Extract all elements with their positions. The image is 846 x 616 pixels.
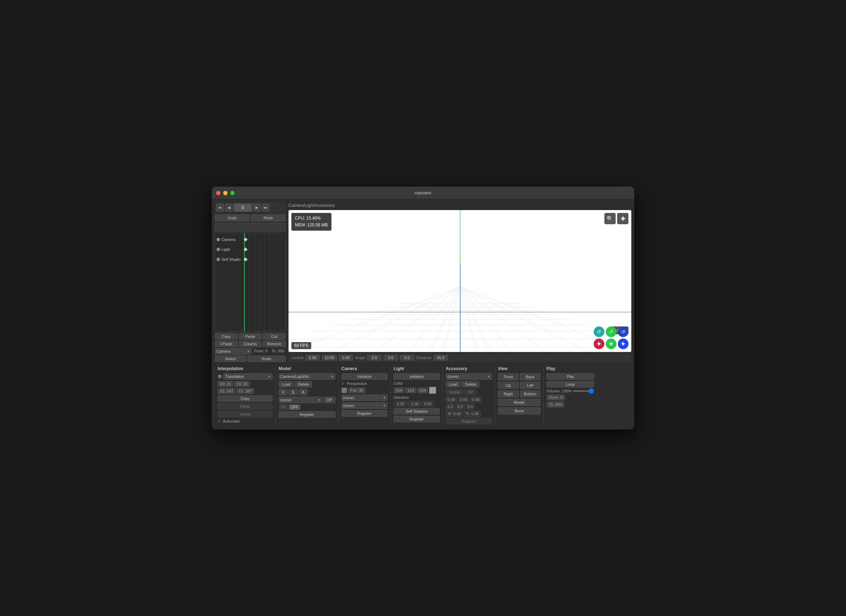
play-to-label: To: 300 — [546, 402, 564, 407]
camera-label: Camera — [222, 238, 243, 242]
interp-paste-button[interactable]: Paste — [217, 403, 273, 409]
camera-initialize-button[interactable]: Initialize — [341, 373, 388, 380]
translate-y-button[interactable]: ✚ — [606, 339, 616, 349]
accessory-dropdown-label: (none) — [448, 374, 459, 378]
viewport-circle-buttons: ↺ ↺ ↺ ✚ ✚ ✚ — [594, 326, 629, 349]
frame-input[interactable]: 0 — [234, 204, 252, 211]
s-button[interactable]: S — [288, 389, 297, 395]
copy-button[interactable]: Copy — [215, 333, 238, 340]
accessory-load-button[interactable]: Load — [446, 381, 461, 387]
loop-button[interactable]: Loop — [546, 381, 594, 387]
model-button[interactable]: Model — [498, 399, 540, 406]
interpolation-title: Interpolation — [217, 366, 273, 371]
lookat-x: 0.00 — [306, 355, 320, 361]
viewport[interactable]: CPU: 15.40% MEM: 125.56 MB 🔍 ✚ — [288, 210, 631, 352]
rotate-x-button[interactable]: ↺ — [594, 326, 604, 337]
bottom-button[interactable]: Bottom — [520, 390, 541, 397]
svg-line-18 — [460, 287, 490, 352]
accessory-dropdown[interactable]: (none) ▼ — [446, 373, 492, 380]
accessory-op-button[interactable]: OP — [464, 389, 477, 395]
camera-color-swatch — [341, 387, 347, 393]
play-button[interactable]: Play — [546, 373, 594, 380]
titlebar: nanoem — [212, 187, 634, 199]
rotate-z-button[interactable]: ↺ — [618, 326, 629, 337]
on-button[interactable]: ON — [279, 405, 288, 410]
remove-button[interactable]: Remove — [263, 341, 286, 347]
light-color-swatch[interactable] — [429, 387, 436, 394]
accessory-register-button[interactable]: Register — [446, 418, 492, 424]
svg-line-11 — [332, 287, 460, 352]
translate-x-button[interactable]: ✚ — [594, 339, 604, 349]
rewind-first-button[interactable]: ⏮ — [216, 204, 224, 211]
rotate-y-button[interactable]: ↺ — [606, 326, 616, 337]
model-none-dropdown[interactable]: (none) ▼ — [279, 397, 322, 403]
model-delete-button[interactable]: Delete — [295, 381, 312, 387]
gear-icon[interactable]: ⚙ — [217, 374, 222, 379]
camera-none2-dropdown[interactable]: (none) ▼ — [341, 402, 388, 409]
v-button[interactable]: V — [279, 389, 288, 395]
camera-none1-dropdown[interactable]: (none) ▼ — [341, 395, 388, 401]
selfshadow-dot — [216, 258, 220, 261]
perspective-check: ✓ — [341, 381, 345, 386]
translate-z-button[interactable]: ✚ — [618, 339, 629, 349]
volume-slider[interactable] — [573, 390, 594, 392]
angle-y: 0.0 — [383, 355, 398, 361]
cut-button[interactable]: Cut — [263, 333, 286, 340]
model-register-button[interactable]: Register — [279, 411, 335, 418]
undo-button[interactable]: Undo — [215, 214, 250, 221]
select-button[interactable]: Select — [215, 356, 246, 362]
a-button[interactable]: A — [299, 389, 308, 395]
acc-val3: 0.00 — [470, 397, 481, 402]
bone-button[interactable]: Bone — [498, 407, 540, 414]
minimize-button[interactable] — [223, 191, 228, 195]
visible-button[interactable]: Visible — [446, 389, 463, 395]
viewport-header: Camera/Light/Accessory — [288, 202, 631, 209]
y1-label: Y1: 107 — [236, 388, 254, 394]
up-button[interactable]: Up — [498, 382, 519, 389]
play-from-label: From: 0 — [546, 395, 565, 400]
column-button[interactable]: Column — [239, 341, 262, 347]
translation-dropdown[interactable]: Translation ▼ — [223, 373, 273, 380]
off-button[interactable]: OFF — [289, 405, 300, 410]
i-paste-button[interactable]: I-Paste — [215, 341, 238, 347]
light-panel: Light Initialize Color 154 154 154 Direc… — [394, 366, 440, 424]
interp-copy-button[interactable]: Copy — [217, 395, 273, 402]
view-panel: View Front Back Up Left Right Bottom Mod… — [498, 366, 540, 424]
accessory-delete-button[interactable]: Delete — [462, 381, 479, 387]
self-shadow-button[interactable]: Self Shadow — [394, 408, 440, 414]
linear-button[interactable]: Linear — [217, 411, 273, 417]
rewind-button[interactable]: ◀ — [225, 204, 233, 211]
traffic-lights — [216, 191, 235, 195]
x0-label: X0: 20 — [217, 381, 233, 387]
acc-val1: 0.00 — [446, 397, 457, 402]
camera-none2-arrow: ▼ — [383, 404, 386, 407]
search-bar[interactable] — [215, 223, 286, 231]
camera-bar: LookAt 0.00 10.00 0.00 Angle 0.0 0.0 0.0… — [288, 353, 631, 362]
right-button[interactable]: Right — [498, 390, 519, 397]
camera-dropdown-label: Camera — [216, 349, 230, 353]
close-button[interactable] — [216, 191, 220, 195]
camera-register-button[interactable]: Register — [341, 410, 388, 417]
camera-dropdown[interactable]: Camera ▼ — [215, 348, 252, 355]
redo-button[interactable]: Redo — [251, 214, 286, 221]
selfshadow-label: Self Shado — [222, 257, 243, 261]
play-forward-button[interactable]: ▶ — [253, 204, 260, 211]
add-viewport-button[interactable]: ✚ — [617, 213, 629, 224]
model-dropdown[interactable]: Camera/Light/Ac ▼ — [279, 373, 335, 380]
model-load-button[interactable]: Load — [279, 381, 294, 387]
paste-button[interactable]: Paste — [239, 333, 262, 340]
interpolation-panel: Interpolation ⚙ Translation ▼ X0: 20 Y0:… — [217, 366, 273, 424]
left-button[interactable]: Left — [520, 382, 541, 389]
front-button[interactable]: Front — [498, 373, 519, 380]
search-viewport-button[interactable]: 🔍 — [604, 213, 616, 224]
light-register-button[interactable]: Register — [394, 416, 440, 422]
maximize-button[interactable] — [230, 191, 235, 195]
back-button[interactable]: Back — [520, 373, 541, 380]
svg-line-13 — [375, 287, 460, 352]
light-initialize-button[interactable]: Initialize — [394, 373, 440, 380]
main-window: nanoem ⏮ ◀ 0 ▶ ⏭ Undo Redo — [212, 186, 634, 430]
model-op-button[interactable]: OP — [323, 397, 335, 403]
scale-button[interactable]: Scale — [247, 356, 286, 362]
dir-z: 0.50 — [422, 401, 434, 407]
fast-forward-button[interactable]: ⏭ — [261, 204, 269, 211]
